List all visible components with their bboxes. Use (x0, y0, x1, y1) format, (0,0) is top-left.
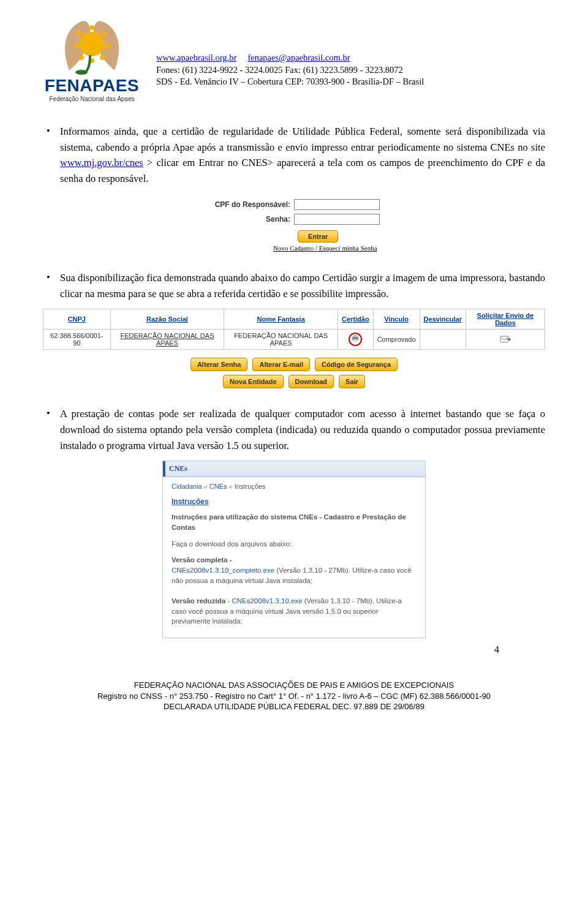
table-header-row: CNPJ Razão Social Nome Fantasia Certidão… (43, 309, 545, 330)
instrucoes-panel: CNEs Cidadania » CNEs » Instruções Instr… (162, 461, 426, 638)
letterhead: FENAPAES Federação Nacional das Apaes ww… (0, 0, 588, 108)
cnes-site-link[interactable]: www.mj.gov.br/cnes (60, 157, 143, 168)
cell-razao[interactable]: FEDERAÇÃO NACIONAL DAS APAES (110, 330, 224, 350)
email-link[interactable]: fenapaes@apaebrasil.com.br (247, 53, 350, 62)
cell-nome: FEDERAÇÃO NACIONAL DAS APAES (224, 330, 338, 350)
alterar-email-button[interactable]: Alterar E-mail (252, 358, 310, 371)
alterar-senha-button[interactable]: Alterar Senha (190, 358, 248, 371)
svg-point-3 (102, 31, 107, 36)
fenapaes-logo-icon (46, 12, 138, 80)
cpf-input[interactable] (294, 199, 380, 210)
novo-cadastro-link[interactable]: Novo Cadastro (273, 244, 314, 252)
phones-line: Fones: (61) 3224-9922 - 3224.0025 Fax: (… (156, 64, 424, 77)
website-link[interactable]: www.apaebrasil.org.br (156, 53, 236, 62)
breadcrumb-cnes[interactable]: CNEs (209, 483, 227, 490)
nova-entidade-button[interactable]: Nova Entidade (223, 375, 283, 388)
download-reduzida-link[interactable]: - CNEs2008v1.3.10.exe (225, 597, 302, 605)
svg-point-5 (105, 43, 110, 48)
brand-subtitle: Federação Nacional das Apaes (50, 96, 135, 102)
svg-point-4 (74, 43, 79, 48)
esqueci-senha-link[interactable]: Esqueci minha Senha (319, 244, 377, 252)
printer-icon[interactable] (349, 333, 362, 346)
entity-table: CNPJ Razão Social Nome Fantasia Certidão… (43, 309, 545, 350)
instrucoes-subtitle: Instruções para utilização do sistema CN… (172, 512, 417, 532)
entrar-button[interactable]: Entrar (298, 230, 338, 243)
bullet-3: A prestação de contas pode ser realizada… (43, 406, 545, 453)
senha-input[interactable] (294, 214, 380, 225)
svg-point-1 (89, 25, 94, 30)
breadcrumb: Cidadania » CNEs » Instruções (172, 482, 417, 492)
th-envio[interactable]: Solicitar Envio de Dados (466, 309, 545, 330)
svg-rect-12 (353, 339, 357, 341)
versao-reduzida-block: Versão reduzida - CNEs2008v1.3.10.exe (V… (172, 596, 417, 627)
action-buttons-row: Alterar Senha Alterar E-mail Código de S… (43, 356, 545, 390)
th-certidao[interactable]: Certidão (338, 309, 374, 330)
instrucoes-intro: Faça o download dos arquivos abaixo: (172, 539, 417, 549)
svg-point-2 (77, 31, 82, 36)
svg-point-9 (75, 70, 88, 75)
senha-label: Senha: (208, 215, 294, 224)
cell-cnpj: 62.388.566/0001-90 (43, 330, 111, 350)
codigo-seguranca-button[interactable]: Código de Segurança (315, 358, 398, 371)
footer-line-1: FEDERAÇÃO NACIONAL DAS ASSOCIAÇÕES DE PA… (0, 680, 588, 691)
bullet-1: Informamos ainda, que a certidão de regu… (43, 124, 545, 186)
th-desvincular[interactable]: Desvincular (420, 309, 466, 330)
envelope-send-icon[interactable] (500, 335, 511, 342)
contact-info: www.apaebrasil.org.br fenapaes@apaebrasi… (156, 12, 424, 102)
panel-header: CNEs (163, 461, 425, 477)
th-vinculo[interactable]: Vínculo (373, 309, 420, 330)
brand-name: FENAPAES (45, 76, 139, 96)
sair-button[interactable]: Sair (339, 375, 365, 388)
versao-completa-block: Versão completa - CNEs2008v1.3.10_comple… (172, 555, 417, 586)
download-completo-link[interactable]: CNEs2008v1.3.10_completo.exe (172, 567, 274, 574)
cell-vinculo: Comprovado (373, 330, 420, 350)
svg-rect-11 (353, 335, 357, 337)
footer-line-2: Registro no CNSS - n° 253.750 - Registro… (0, 691, 588, 702)
svg-point-0 (80, 32, 104, 56)
cell-envio[interactable] (466, 330, 545, 350)
address-line: SDS - Ed. Venâncio IV – Cobertura CEP: 7… (156, 76, 424, 88)
cell-desvincular (420, 330, 466, 350)
logo-block: FENAPAES Federação Nacional das Apaes (37, 12, 147, 102)
svg-point-7 (100, 55, 105, 60)
svg-point-6 (79, 55, 84, 60)
instrucoes-title: Instruções (172, 497, 417, 507)
cell-certidao[interactable] (338, 330, 374, 350)
login-snippet: CPF do Responsável: Senha: Entrar Novo C… (208, 197, 380, 252)
cpf-label: CPF do Responsável: (208, 200, 294, 209)
footer-line-3: DECLARADA UTILIDADE PÚBLICA FEDERAL DEC.… (0, 701, 588, 712)
bullet-2: Sua disponibilização fica demonstrada qu… (43, 270, 545, 301)
th-nome[interactable]: Nome Fantasia (224, 309, 338, 330)
page-number: 4 (43, 644, 545, 655)
footer: FEDERAÇÃO NACIONAL DAS ASSOCIAÇÕES DE PA… (0, 680, 588, 712)
breadcrumb-cidadania[interactable]: Cidadania (172, 483, 202, 490)
th-cnpj[interactable]: CNPJ (43, 309, 111, 330)
th-razao[interactable]: Razão Social (110, 309, 224, 330)
download-button[interactable]: Download (288, 375, 334, 388)
table-row: 62.388.566/0001-90 FEDERAÇÃO NACIONAL DA… (43, 330, 545, 350)
